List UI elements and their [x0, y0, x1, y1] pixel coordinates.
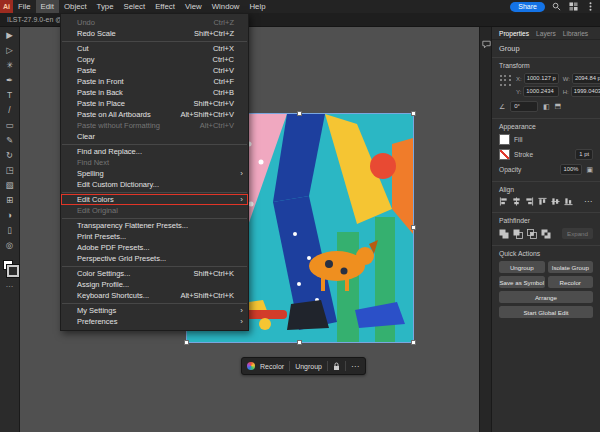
search-icon[interactable] — [551, 1, 562, 12]
menu-separator — [62, 41, 247, 42]
selection-handle[interactable] — [411, 340, 416, 345]
align-top-icon[interactable] — [538, 197, 547, 206]
mesh-tool[interactable]: ⊞ — [0, 192, 19, 207]
opacity-field[interactable]: 100% — [560, 164, 583, 175]
align-bottom-icon[interactable] — [564, 197, 573, 206]
taskbar-more-icon[interactable]: ⋯ — [351, 362, 360, 371]
menu-item-assign-profile[interactable]: Assign Profile... — [61, 279, 248, 290]
reference-point-locator[interactable] — [499, 74, 512, 87]
menu-item-copy[interactable]: CopyCtrl+C — [61, 54, 248, 65]
recolor-button[interactable]: Recolor — [548, 276, 594, 288]
start-global-edit-button[interactable]: Start Global Edit — [499, 306, 593, 318]
menu-type[interactable]: Type — [92, 0, 119, 13]
menu-item-paste-on-all-artboards[interactable]: Paste on All ArtboardsAlt+Shift+Ctrl+V — [61, 109, 248, 120]
menu-item-my-settings[interactable]: My Settings — [61, 305, 248, 316]
artboard-tool[interactable]: ▯ — [0, 222, 19, 237]
y-field[interactable]: 1000.2434 — [523, 86, 558, 97]
align-center-vertical-icon[interactable] — [551, 197, 560, 206]
type-tool[interactable]: T — [0, 87, 19, 102]
menu-item-color-settings[interactable]: Color Settings...Shift+Ctrl+K — [61, 268, 248, 279]
stroke-weight-field[interactable]: 1 pt — [575, 149, 593, 160]
fill-stroke-indicator[interactable] — [0, 258, 19, 276]
x-field[interactable]: 1000.127 p — [524, 73, 559, 84]
scale-tool[interactable]: ◳ — [0, 162, 19, 177]
zoom-tool[interactable]: ◎ — [0, 237, 19, 252]
menu-object[interactable]: Object — [59, 0, 92, 13]
menu-effect[interactable]: Effect — [150, 0, 180, 13]
align-more-icon[interactable]: ⋯ — [584, 197, 593, 206]
pathfinder-unite-icon[interactable] — [499, 229, 509, 239]
isolate-group-button[interactable]: Isolate Group — [548, 261, 594, 273]
w-field[interactable]: 2094.84 px — [572, 73, 600, 84]
illustrator-logo-icon[interactable]: Ai — [0, 0, 13, 13]
menu-item-cut[interactable]: CutCtrl+X — [61, 43, 248, 54]
tab-layers[interactable]: Layers — [536, 30, 556, 37]
line-tool[interactable]: / — [0, 102, 19, 117]
selection-handle[interactable] — [297, 340, 302, 345]
fill-color-swatch[interactable] — [499, 134, 510, 145]
menu-item-redo-scale[interactable]: Redo ScaleShift+Ctrl+Z — [61, 28, 248, 39]
menu-item-transparency-flattener-presets[interactable]: Transparency Flattener Presets... — [61, 220, 248, 231]
more-options-icon[interactable] — [585, 1, 596, 12]
align-left-icon[interactable] — [499, 197, 508, 206]
menu-item-adobe-pdf-presets[interactable]: Adobe PDF Presets... — [61, 242, 248, 253]
menu-item-edit-custom-dictionary[interactable]: Edit Custom Dictionary... — [61, 179, 248, 190]
stroke-swatch[interactable] — [7, 265, 19, 277]
magic-wand-tool[interactable]: ✳ — [0, 57, 19, 72]
workspace-switcher-icon[interactable] — [568, 1, 579, 12]
save-as-symbol-button[interactable]: Save as Symbol — [499, 276, 545, 288]
menu-item-edit-colors[interactable]: Edit Colors — [61, 194, 248, 205]
menu-item-clear[interactable]: Clear — [61, 131, 248, 142]
stroke-color-swatch[interactable] — [499, 149, 510, 160]
comments-icon[interactable] — [482, 35, 491, 53]
tab-libraries[interactable]: Libraries — [563, 30, 588, 37]
edit-toolbar-icon[interactable] — [0, 280, 19, 289]
menu-item-paste-in-front[interactable]: Paste in FrontCtrl+F — [61, 76, 248, 87]
menu-help[interactable]: Help — [244, 0, 270, 13]
direct-selection-tool[interactable]: ▷ — [0, 42, 19, 57]
menu-view[interactable]: View — [180, 0, 207, 13]
menu-file[interactable]: File — [13, 0, 36, 13]
rotation-angle-field[interactable]: 0° — [510, 101, 538, 112]
ungroup-button[interactable]: Ungroup — [499, 261, 545, 273]
taskbar-ungroup-button[interactable]: Ungroup — [295, 363, 322, 370]
pencil-tool[interactable]: ✎ — [0, 132, 19, 147]
menu-edit[interactable]: Edit — [36, 0, 59, 13]
pen-tool[interactable]: ✒ — [0, 72, 19, 87]
tab-properties[interactable]: Properties — [499, 30, 529, 37]
menu-item-paste-in-place[interactable]: Paste in PlaceShift+Ctrl+V — [61, 98, 248, 109]
opacity-mask-icon[interactable]: ▣ — [586, 166, 593, 174]
selection-handle[interactable] — [411, 111, 416, 116]
share-button[interactable]: Share — [510, 2, 545, 12]
lock-icon[interactable] — [333, 357, 340, 375]
menu-item-print-presets[interactable]: Print Presets... — [61, 231, 248, 242]
menu-item-keyboard-shortcuts[interactable]: Keyboard Shortcuts...Alt+Shift+Ctrl+K — [61, 290, 248, 301]
gradient-tool[interactable]: ▧ — [0, 177, 19, 192]
flip-vertical-icon[interactable]: ◧ — [554, 103, 563, 110]
flip-horizontal-icon[interactable]: ◧ — [543, 102, 550, 111]
pathfinder-intersect-icon[interactable] — [527, 229, 537, 239]
menu-select[interactable]: Select — [118, 0, 150, 13]
menu-item-paste[interactable]: PasteCtrl+V — [61, 65, 248, 76]
arrange-button[interactable]: Arrange — [499, 291, 593, 303]
rotate-tool[interactable]: ↻ — [0, 147, 19, 162]
selection-tool[interactable]: ▶ — [0, 27, 19, 42]
pathfinder-exclude-icon[interactable] — [541, 229, 551, 239]
selection-handle[interactable] — [411, 225, 416, 230]
taskbar-recolor-button[interactable]: Recolor — [260, 363, 284, 370]
selection-handle[interactable] — [297, 111, 302, 116]
blend-tool[interactable]: ◑ — [0, 207, 19, 222]
selection-handle[interactable] — [184, 340, 189, 345]
h-field[interactable]: 1999.0403 — [571, 86, 600, 97]
menu-item-find-and-replace[interactable]: Find and Replace... — [61, 146, 248, 157]
rectangle-tool[interactable]: ▭ — [0, 117, 19, 132]
align-center-horizontal-icon[interactable] — [512, 197, 521, 206]
menu-window[interactable]: Window — [207, 0, 245, 13]
menu-item-perspective-grid-presets[interactable]: Perspective Grid Presets... — [61, 253, 248, 264]
menu-item-spelling[interactable]: Spelling — [61, 168, 248, 179]
align-right-icon[interactable] — [525, 197, 534, 206]
menu-item-preferences[interactable]: Preferences — [61, 316, 248, 327]
menu-shortcut: Ctrl+C — [205, 55, 234, 64]
pathfinder-minus-front-icon[interactable] — [513, 229, 523, 239]
menu-item-paste-in-back[interactable]: Paste in BackCtrl+B — [61, 87, 248, 98]
